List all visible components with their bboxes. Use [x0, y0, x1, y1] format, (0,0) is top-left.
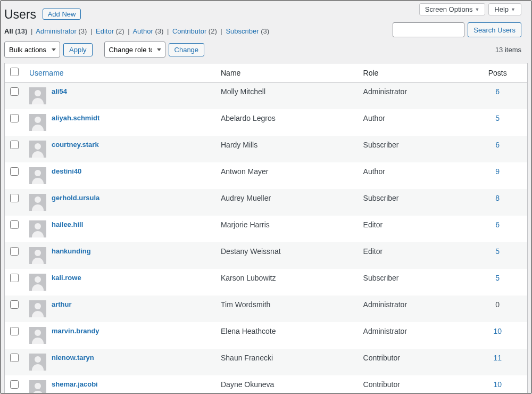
- users-table: Username Name Role Posts ali54 Molly Mit…: [4, 63, 528, 393]
- user-name: Molly Mitchell: [215, 83, 358, 110]
- username-link[interactable]: arthur: [52, 300, 72, 308]
- username-link[interactable]: hankunding: [52, 247, 91, 255]
- user-role: Editor: [358, 216, 468, 242]
- screen-options-tab[interactable]: Screen Options ▼: [419, 3, 486, 15]
- avatar: [29, 194, 46, 211]
- avatar: [29, 380, 46, 393]
- row-checkbox[interactable]: [10, 194, 19, 202]
- row-checkbox[interactable]: [10, 141, 19, 149]
- user-role: Administrator: [358, 322, 468, 349]
- apply-button[interactable]: Apply: [63, 43, 93, 56]
- username-link[interactable]: destini40: [52, 167, 81, 175]
- help-label: Help: [494, 5, 509, 13]
- filter-editor[interactable]: Editor (2): [96, 27, 124, 35]
- posts-link[interactable]: 6: [495, 220, 500, 229]
- avatar: [29, 247, 46, 264]
- username-link[interactable]: marvin.brandy: [52, 327, 99, 335]
- posts-link[interactable]: 9: [495, 167, 500, 176]
- select-all-checkbox[interactable]: [10, 68, 19, 76]
- bulk-actions-select[interactable]: Bulk actions: [4, 42, 60, 58]
- search-users-button[interactable]: Search Users: [468, 22, 521, 37]
- avatar: [29, 274, 46, 291]
- filter-contributor[interactable]: Contributor (2): [172, 27, 217, 35]
- user-name: Dayne Okuneva: [215, 375, 358, 393]
- filter-author[interactable]: Author (3): [132, 27, 163, 35]
- row-checkbox[interactable]: [10, 380, 19, 389]
- posts-link[interactable]: 10: [493, 380, 502, 389]
- table-row: marvin.brandy Elena Heathcote Administra…: [5, 322, 528, 349]
- table-row: gerhold.ursula Audrey Mueller Subscriber…: [5, 189, 528, 216]
- posts-link[interactable]: 8: [495, 194, 500, 202]
- col-role: Role: [358, 63, 468, 83]
- user-role: Contributor: [358, 349, 468, 375]
- help-tab[interactable]: Help ▼: [488, 3, 521, 15]
- row-checkbox[interactable]: [10, 300, 19, 309]
- row-checkbox[interactable]: [10, 167, 19, 176]
- username-link[interactable]: ali54: [52, 87, 67, 95]
- col-posts: Posts: [468, 63, 527, 83]
- user-role: Subscriber: [358, 136, 468, 162]
- table-row: hailee.hill Marjorie Harris Editor 6: [5, 216, 528, 242]
- user-name: Marjorie Harris: [215, 216, 358, 242]
- user-name: Destany Weissnat: [215, 242, 358, 269]
- col-name: Name: [215, 63, 358, 83]
- user-role: Author: [358, 162, 468, 189]
- user-name: Tim Wordsmith: [215, 296, 358, 322]
- user-role: Administrator: [358, 83, 468, 110]
- user-role: Administrator: [358, 296, 468, 322]
- table-row: kali.rowe Karson Lubowitz Subscriber 5: [5, 269, 528, 296]
- user-name: Abelardo Legros: [215, 109, 358, 136]
- avatar: [29, 220, 46, 237]
- username-link[interactable]: courtney.stark: [52, 141, 99, 149]
- avatar: [29, 87, 46, 104]
- avatar: [29, 141, 46, 158]
- row-checkbox[interactable]: [10, 274, 19, 282]
- posts-link[interactable]: 6: [495, 87, 500, 96]
- row-checkbox[interactable]: [10, 87, 19, 96]
- table-row: aliyah.schmidt Abelardo Legros Author 5: [5, 109, 528, 136]
- table-row: nienow.taryn Shaun Franecki Contributor …: [5, 349, 528, 375]
- table-row: hankunding Destany Weissnat Editor 5: [5, 242, 528, 269]
- filter-subscriber[interactable]: Subscriber (3): [226, 27, 269, 35]
- row-checkbox[interactable]: [10, 114, 19, 122]
- avatar: [29, 114, 46, 131]
- user-name: Karson Lubowitz: [215, 269, 358, 296]
- posts-link[interactable]: 6: [495, 141, 500, 149]
- user-role: Subscriber: [358, 269, 468, 296]
- change-role-select[interactable]: Change role to…: [104, 42, 165, 58]
- posts-link[interactable]: 5: [495, 114, 500, 122]
- posts-link[interactable]: 10: [493, 327, 502, 335]
- posts-count: 0: [495, 300, 500, 309]
- top-tabs: Screen Options ▼ Help ▼: [419, 3, 521, 15]
- search-input[interactable]: [393, 22, 464, 37]
- username-link[interactable]: aliyah.schmidt: [52, 114, 99, 122]
- add-new-button[interactable]: Add New: [43, 9, 81, 20]
- user-name: Antwon Mayer: [215, 162, 358, 189]
- tablenav-top: Bulk actions Apply Change role to… Chang…: [1, 38, 531, 63]
- table-row: arthur Tim Wordsmith Administrator 0: [5, 296, 528, 322]
- username-link[interactable]: shemar.jacobi: [52, 380, 98, 388]
- row-checkbox[interactable]: [10, 247, 19, 256]
- change-button[interactable]: Change: [169, 43, 205, 56]
- avatar: [29, 327, 46, 344]
- username-link[interactable]: kali.rowe: [52, 274, 81, 282]
- user-role: Contributor: [358, 375, 468, 393]
- posts-link[interactable]: 11: [493, 354, 502, 362]
- posts-link[interactable]: 5: [495, 274, 500, 282]
- row-checkbox[interactable]: [10, 354, 19, 362]
- filter-administrator[interactable]: Administrator (3): [36, 27, 87, 35]
- user-role: Author: [358, 109, 468, 136]
- sort-username[interactable]: Username: [29, 69, 64, 77]
- user-name: Shaun Franecki: [215, 349, 358, 375]
- row-checkbox[interactable]: [10, 220, 19, 229]
- users-admin-page: Screen Options ▼ Help ▼ Users Add New Al…: [1, 1, 531, 393]
- item-count: 13 items: [495, 46, 521, 54]
- row-checkbox[interactable]: [10, 327, 19, 335]
- username-link[interactable]: gerhold.ursula: [52, 194, 99, 202]
- username-link[interactable]: nienow.taryn: [52, 354, 94, 362]
- filter-all[interactable]: All (13): [4, 27, 27, 35]
- table-row: shemar.jacobi Dayne Okuneva Contributor …: [5, 375, 528, 393]
- posts-link[interactable]: 5: [495, 247, 500, 256]
- table-row: destini40 Antwon Mayer Author 9: [5, 162, 528, 189]
- username-link[interactable]: hailee.hill: [52, 220, 83, 228]
